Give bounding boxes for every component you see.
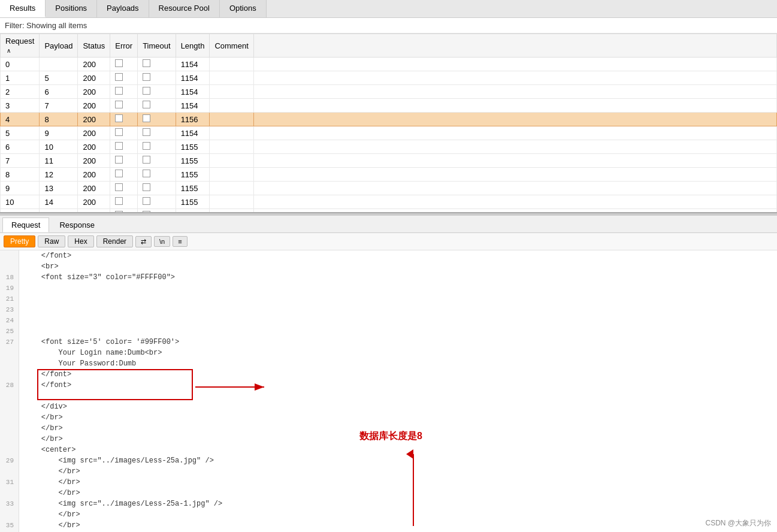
tab-results[interactable]: Results	[0, 0, 46, 17]
line-number: 19	[0, 283, 19, 294]
code-line: </br>	[0, 509, 777, 520]
checkbox-timeout[interactable]	[143, 73, 150, 81]
checkbox-error[interactable]	[115, 156, 123, 164]
table-row[interactable]: 1 5 200 1154	[1, 71, 777, 85]
checkbox-error[interactable]	[115, 73, 123, 81]
cell-status: 200	[78, 209, 110, 214]
cell-extra	[253, 113, 776, 126]
code-area[interactable]: </font> <br>18 <font size="3" color="#FF…	[0, 250, 777, 532]
line-content: </font>	[19, 380, 71, 391]
checkbox-error[interactable]	[115, 114, 123, 122]
checkbox-timeout[interactable]	[143, 142, 150, 150]
arrow-up-annotation	[407, 448, 419, 532]
col-payload[interactable]: Payload	[40, 34, 78, 58]
line-number	[0, 445, 19, 455]
cell-error	[110, 140, 138, 154]
line-content: </br>	[19, 423, 63, 434]
col-request[interactable]: Request ∧	[1, 34, 40, 58]
table-row[interactable]: 6 10 200 1155	[1, 140, 777, 154]
checkbox-error[interactable]	[115, 128, 123, 136]
line-content	[19, 294, 24, 304]
req-res-tabs: Request Response	[0, 216, 777, 233]
checkbox-error[interactable]	[115, 101, 123, 108]
col-comment[interactable]: Comment	[210, 34, 253, 58]
checkbox-error[interactable]	[115, 183, 123, 191]
checkbox-error[interactable]	[115, 142, 123, 150]
checkbox-timeout[interactable]	[143, 114, 150, 122]
line-content	[19, 326, 24, 337]
tab-response[interactable]: Response	[50, 217, 104, 232]
btn-hex[interactable]: Hex	[68, 235, 93, 247]
cell-payload: 13	[40, 182, 78, 195]
line-number	[0, 391, 19, 401]
line-number: 27	[0, 337, 19, 347]
cell-comment	[210, 99, 253, 113]
line-content: </br>	[19, 466, 80, 477]
btn-raw[interactable]: Raw	[38, 235, 65, 247]
checkbox-error[interactable]	[115, 87, 123, 95]
btn-wrap[interactable]: ⇄	[135, 236, 152, 247]
table-row[interactable]: 0 200 1154	[1, 58, 777, 71]
line-number	[0, 369, 19, 380]
checkbox-timeout[interactable]	[143, 183, 150, 191]
cell-error	[110, 195, 138, 209]
table-row[interactable]: 7 11 200 1155	[1, 154, 777, 168]
table-row[interactable]: 9 13 200 1155	[1, 182, 777, 195]
checkbox-timeout[interactable]	[143, 197, 150, 205]
cell-comment	[210, 113, 253, 126]
checkbox-timeout[interactable]	[143, 101, 150, 108]
cell-status: 200	[78, 99, 110, 113]
cell-error	[110, 113, 138, 126]
col-timeout[interactable]: Timeout	[138, 34, 176, 58]
cell-status: 200	[78, 126, 110, 140]
col-error[interactable]: Error	[110, 34, 138, 58]
cell-request: 0	[1, 58, 40, 71]
cell-length: 1155	[176, 209, 210, 214]
btn-render[interactable]: Render	[96, 235, 133, 247]
checkbox-timeout[interactable]	[143, 156, 150, 164]
tab-options[interactable]: Options	[220, 0, 267, 17]
cell-extra	[253, 168, 776, 182]
checkbox-error[interactable]	[115, 197, 123, 205]
checkbox-timeout[interactable]	[143, 128, 150, 136]
cell-length: 1155	[176, 195, 210, 209]
filter-bar: Filter: Showing all items	[0, 18, 777, 34]
checkbox-error[interactable]	[115, 170, 123, 177]
table-row[interactable]: 10 14 200 1155	[1, 195, 777, 209]
cell-payload: 6	[40, 85, 78, 99]
cell-length: 1156	[176, 113, 210, 126]
checkbox-error[interactable]	[115, 59, 123, 67]
cell-error	[110, 85, 138, 99]
table-row[interactable]: 3 7 200 1154	[1, 99, 777, 113]
tab-positions[interactable]: Positions	[46, 0, 97, 17]
table-row[interactable]: 5 9 200 1154	[1, 126, 777, 140]
line-content: </font>	[19, 250, 71, 261]
line-content	[19, 304, 24, 315]
tab-resource-pool[interactable]: Resource Pool	[149, 0, 220, 17]
cell-request: 6	[1, 140, 40, 154]
line-content: </br>	[19, 412, 63, 423]
col-status[interactable]: Status	[78, 34, 110, 58]
line-number: 33	[0, 498, 19, 509]
results-table: Request ∧ Payload Status Error Timeout L…	[0, 34, 777, 213]
cell-extra	[253, 71, 776, 85]
table-row[interactable]: 8 12 200 1155	[1, 168, 777, 182]
table-row[interactable]: 4 8 200 1156	[1, 113, 777, 126]
checkbox-timeout[interactable]	[143, 59, 150, 67]
tab-payloads[interactable]: Payloads	[97, 0, 149, 17]
cell-timeout	[138, 182, 176, 195]
checkbox-timeout[interactable]	[143, 87, 150, 95]
btn-menu[interactable]: ≡	[173, 236, 187, 247]
btn-newline[interactable]: \n	[154, 236, 170, 247]
line-number	[0, 250, 19, 261]
table-row[interactable]: 11 15 200 1155	[1, 209, 777, 214]
tab-request[interactable]: Request	[2, 217, 49, 232]
cell-error	[110, 154, 138, 168]
col-length[interactable]: Length	[176, 34, 210, 58]
results-section[interactable]: Request ∧ Payload Status Error Timeout L…	[0, 34, 777, 213]
table-row[interactable]: 2 6 200 1154	[1, 85, 777, 99]
cell-length: 1155	[176, 140, 210, 154]
line-content: <font size="3" color="#FFFF00">	[19, 272, 175, 283]
btn-pretty[interactable]: Pretty	[4, 235, 35, 247]
checkbox-timeout[interactable]	[143, 170, 150, 177]
